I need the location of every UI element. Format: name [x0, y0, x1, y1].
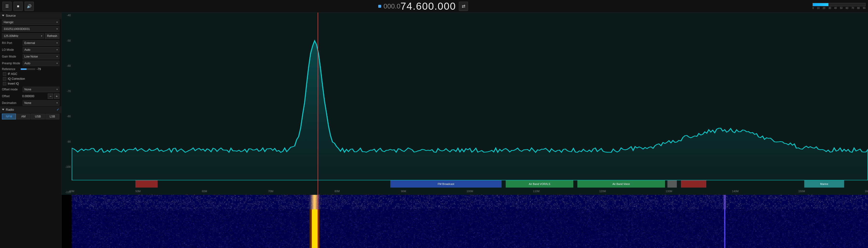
device-select[interactable]: Harogic: [2, 20, 59, 25]
mode-usb-button[interactable]: USB: [31, 114, 45, 119]
radio-collapse-icon: [2, 109, 4, 110]
iq-correction-row[interactable]: IQ Correction: [0, 76, 61, 81]
preamp-row: Preamp Mode Auto: [0, 60, 61, 67]
mode-nfm-button[interactable]: NFM: [2, 114, 16, 119]
band-air-vor-ils[interactable]: Air Band VOR/ILS: [506, 180, 573, 188]
source-section-header[interactable]: Source: [0, 12, 61, 19]
serial-row: 33325110003D0031: [0, 26, 61, 32]
x-label-150m: 150M: [798, 190, 805, 193]
gain-mode-label: Gain Mode: [2, 55, 21, 58]
x-label-120m: 120M: [599, 190, 606, 193]
snr-label-90: 90: [863, 7, 866, 9]
y-label-80: -80: [62, 115, 72, 118]
y-label-100: -100: [62, 165, 72, 168]
rx-port-select-wrapper[interactable]: External: [23, 40, 59, 46]
mode-lsb-button[interactable]: LSB: [45, 114, 59, 119]
x-label-100m: 100M: [467, 190, 473, 193]
serial-select[interactable]: 33325110003D0031: [2, 26, 59, 32]
snr-fill: [813, 3, 829, 6]
gain-mode-select[interactable]: Low Noise: [23, 54, 59, 59]
rx-port-label: RX Port: [2, 42, 21, 45]
offset-value: 0.000000: [22, 94, 47, 98]
spectrum-svg-container: [72, 12, 868, 180]
band-marine[interactable]: Marine: [804, 180, 844, 188]
lo-mode-select[interactable]: Auto: [23, 47, 59, 52]
invert-iq-row[interactable]: Invert IQ: [0, 81, 61, 86]
snr-label-20: 20: [823, 7, 825, 9]
decimation-label: Decimation: [2, 101, 21, 105]
x-label-60m: 60M: [202, 190, 207, 193]
offset-mode-label: Offset mode: [2, 88, 21, 91]
offset-mode-row: Offset mode None: [0, 86, 61, 93]
waterfall-strip-2[interactable]: [62, 209, 868, 248]
mode-am-button[interactable]: AM: [17, 114, 30, 119]
waterfall-tuner-line-1: [318, 195, 318, 209]
band-unknown-2[interactable]: [681, 180, 707, 188]
source-collapse-icon: [2, 15, 4, 17]
snr-label-70: 70: [851, 7, 854, 9]
y-label-50: -50: [62, 39, 72, 42]
snr-section: 0 10 20 30 40 50 60 70 80 90: [812, 3, 866, 9]
band-gray-1[interactable]: [668, 180, 677, 188]
if-agc-row[interactable]: IF AGC: [0, 72, 61, 76]
lo-mode-row: LO Mode Auto: [0, 47, 61, 53]
gain-mode-select-wrapper[interactable]: Low Noise: [23, 54, 59, 59]
x-label-90m: 90M: [401, 190, 406, 193]
reference-slider[interactable]: [21, 68, 35, 70]
freq-main[interactable]: 74.600.000: [400, 0, 456, 12]
freq-prefix: 000.0: [383, 2, 400, 10]
stop-button[interactable]: ■: [13, 2, 23, 11]
offset-plus-button[interactable]: +: [54, 93, 59, 99]
decimation-select[interactable]: None: [23, 100, 59, 106]
device-select-wrapper[interactable]: Harogic: [2, 20, 59, 25]
waterfall-strip-1[interactable]: [62, 195, 868, 209]
invert-iq-checkbox[interactable]: [3, 82, 6, 85]
top-bar: ☰ ■ 🔊 000.0 74.600.000 ⇄ 0 10 20 30 40 5…: [0, 0, 868, 12]
band-unknown-1[interactable]: [135, 180, 158, 188]
x-label-50m: 50M: [135, 190, 141, 193]
freq-row: 125.00MHz Refresh: [0, 32, 61, 39]
reference-label: Reference: [2, 67, 19, 71]
spectrum-panel[interactable]: -40 -50 -60 -70 -80 -90 -100 -110: [62, 12, 868, 195]
reference-value: -79: [37, 67, 44, 71]
snr-label-60: 60: [845, 7, 848, 9]
x-label-40m: 40M: [69, 190, 74, 193]
preamp-select-wrapper[interactable]: Auto: [23, 61, 59, 66]
iq-correction-label: IQ Correction: [8, 77, 25, 81]
reference-row: Reference -79: [0, 67, 61, 72]
menu-button[interactable]: ☰: [2, 2, 11, 11]
audio-button[interactable]: 🔊: [25, 2, 34, 11]
band-air-voice[interactable]: Air Band Voice: [578, 180, 665, 188]
radio-section-header[interactable]: Radio ✓: [0, 106, 61, 113]
refresh-button[interactable]: Refresh: [45, 33, 59, 39]
lo-mode-select-wrapper[interactable]: Auto: [23, 47, 59, 52]
rx-port-row: RX Port External: [0, 39, 61, 47]
decimation-row: Decimation None: [0, 100, 61, 106]
spectrum-area: -40 -50 -60 -70 -80 -90 -100 -110: [62, 12, 868, 248]
offset-mode-select-wrapper[interactable]: None: [23, 87, 59, 92]
y-label-70: -70: [62, 90, 72, 92]
snr-label-80: 80: [857, 7, 860, 9]
y-label-90: -90: [62, 140, 72, 143]
band-fm-broadcast[interactable]: FM Broadcast: [390, 180, 502, 188]
gain-mode-row: Gain Mode Low Noise: [0, 53, 61, 60]
main-content: Source Harogic 33325110003D0031 125.00MH…: [0, 12, 868, 248]
freq-swap-button[interactable]: ⇄: [459, 2, 468, 11]
y-axis: -40 -50 -60 -70 -80 -90 -100 -110: [62, 12, 72, 195]
rx-port-select[interactable]: External: [23, 40, 59, 46]
freq-select[interactable]: 125.00MHz: [2, 33, 44, 39]
preamp-select[interactable]: Auto: [23, 61, 59, 66]
offset-minus-button[interactable]: −: [48, 93, 53, 99]
freq-select-wrapper[interactable]: 125.00MHz: [2, 33, 44, 39]
offset-mode-select[interactable]: None: [23, 87, 59, 92]
frequency-display: 000.0 74.600.000 ⇄: [34, 0, 812, 12]
serial-select-wrapper[interactable]: 33325110003D0031: [2, 26, 59, 32]
decimation-select-wrapper[interactable]: None: [23, 100, 59, 106]
source-label: Source: [6, 14, 16, 18]
tuner-line: [318, 12, 318, 195]
snr-label-50: 50: [840, 7, 843, 9]
iq-correction-checkbox[interactable]: [3, 77, 6, 81]
left-panel: Source Harogic 33325110003D0031 125.00MH…: [0, 12, 62, 248]
if-agc-label: IF AGC: [8, 72, 17, 76]
if-agc-checkbox[interactable]: [3, 72, 6, 76]
